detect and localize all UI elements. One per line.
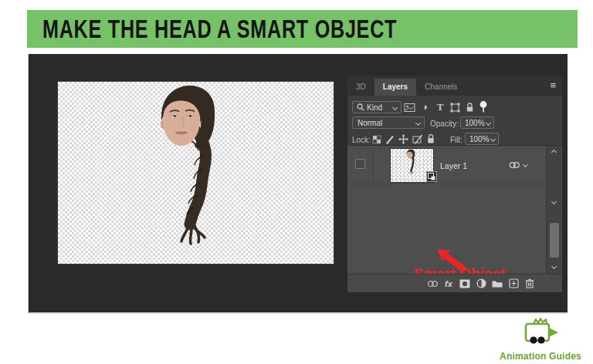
smart-object-badge: [426, 171, 437, 182]
filter-pin-toggle-icon[interactable]: [477, 99, 490, 113]
blend-mode-dropdown[interactable]: Normal: [352, 116, 425, 129]
fx-label: fx: [445, 279, 452, 288]
chevron-down-icon: [486, 120, 491, 125]
scrollbar-thumb[interactable]: [550, 223, 559, 258]
tab-channels[interactable]: Channels: [416, 79, 466, 96]
lock-transparency-icon[interactable]: [371, 133, 382, 145]
lock-image-brush-icon[interactable]: [385, 133, 396, 145]
chevron-down-icon: [415, 120, 421, 125]
delete-layer-button[interactable]: [522, 278, 537, 289]
fill-value: 100%: [469, 135, 490, 143]
layers-panel: 3D Layers Channels ≡ Kind ◑ T: [347, 76, 562, 292]
layer-style-button[interactable]: fx: [441, 278, 456, 289]
layer-list: Layer 1 Smart Object: [347, 145, 562, 274]
link-clipped-icon[interactable]: [508, 160, 520, 170]
filter-smart-objects-icon[interactable]: [463, 101, 476, 113]
animation-guides-logo: Animation Guides: [491, 317, 590, 362]
layer-row[interactable]: Layer 1: [347, 147, 546, 184]
lock-label: Lock:: [352, 136, 371, 144]
opacity-label: Opacity:: [430, 120, 459, 128]
adjustment-layer-button[interactable]: [473, 278, 489, 289]
link-layers-button[interactable]: [425, 278, 440, 289]
search-icon: [356, 103, 365, 112]
layer-name[interactable]: Layer 1: [440, 161, 467, 170]
page: MAKE THE HEAD A SMART OBJECT 3D Layers C…: [0, 0, 593, 364]
add-mask-button[interactable]: [457, 278, 473, 289]
logo-mark-icon: [518, 317, 563, 348]
chevron-down-icon: [551, 199, 557, 204]
lock-artboard-icon[interactable]: [412, 133, 423, 145]
panel-tabbar: 3D Layers Channels: [347, 76, 562, 96]
filter-shape-layers-icon[interactable]: [449, 101, 461, 113]
scroll-down-icon[interactable]: [551, 264, 557, 269]
new-group-button[interactable]: [490, 278, 505, 289]
logo-text: Animation Guides: [491, 351, 590, 362]
filter-kind-dropdown[interactable]: Kind: [352, 101, 402, 113]
new-layer-button[interactable]: [506, 278, 521, 289]
scroll-up-icon[interactable]: [551, 150, 557, 155]
opacity-field[interactable]: 100%: [460, 116, 494, 129]
fill-label: Fill:: [450, 136, 463, 144]
page-title: MAKE THE HEAD A SMART OBJECT: [42, 14, 397, 44]
blend-mode-value: Normal: [357, 119, 382, 127]
chevron-down-icon: [392, 104, 398, 110]
chevron-down-icon[interactable]: [523, 162, 528, 167]
tab-3d[interactable]: 3D: [347, 79, 374, 96]
lock-all-icon[interactable]: [425, 133, 436, 145]
panel-scrollbar[interactable]: [546, 146, 561, 274]
tab-layers[interactable]: Layers: [374, 79, 416, 96]
screenshot-frame: 3D Layers Channels ≡ Kind ◑ T: [29, 54, 568, 312]
lock-position-icon[interactable]: [398, 133, 409, 145]
filter-kind-label: Kind: [367, 103, 382, 112]
filter-type-layers-icon[interactable]: T: [434, 100, 446, 113]
panel-footer: fx: [347, 274, 562, 292]
chevron-down-icon: [490, 136, 496, 141]
column-divider: [373, 147, 374, 184]
fill-field[interactable]: 100%: [465, 133, 499, 145]
title-banner: MAKE THE HEAD A SMART OBJECT: [27, 10, 578, 48]
visibility-toggle[interactable]: [355, 159, 365, 169]
opacity-value: 100%: [465, 119, 485, 127]
filter-adjustment-layers-icon[interactable]: ◑: [418, 100, 431, 113]
head-image: [149, 84, 236, 248]
document-canvas[interactable]: [58, 82, 334, 264]
filter-pixel-layers-icon[interactable]: [403, 101, 415, 113]
panel-menu-icon[interactable]: ≡: [550, 79, 556, 93]
